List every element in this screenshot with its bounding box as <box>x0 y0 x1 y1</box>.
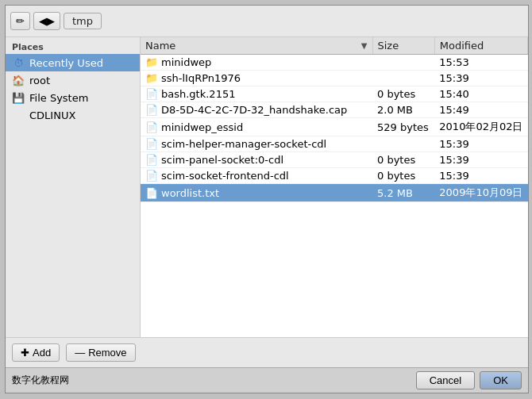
sidebar-item-filesystem[interactable]: 💾 File System <box>6 89 140 106</box>
edit-icon: ✏ <box>16 15 25 27</box>
sort-arrow-icon: ▼ <box>361 41 368 50</box>
file-icon: 📄 <box>145 121 158 133</box>
sidebar-item-recently-used[interactable]: ⏱ Recently Used <box>6 54 140 71</box>
table-row[interactable]: 📄scim-socket-frontend-cdl0 bytes15:39 <box>141 168 528 184</box>
remove-icon: — <box>75 347 85 359</box>
cancel-button[interactable]: Cancel <box>416 371 475 389</box>
audio-icon: ◀▶ <box>39 15 55 27</box>
file-modified-cell: 15:39 <box>434 136 527 152</box>
file-name-text: D8-5D-4C-2C-7D-32_handshake.cap <box>161 104 347 116</box>
recently-used-icon: ⏱ <box>12 56 25 69</box>
main-content: Places ⏱ Recently Used 🏠 root 💾 File Sys… <box>6 37 528 337</box>
file-name-text: ssh-lIqRPn1976 <box>161 72 241 84</box>
toolbar: ✏ ◀▶ tmp <box>6 6 528 37</box>
add-icon: ✚ <box>21 347 29 359</box>
footer: ✚ Add — Remove <box>6 337 528 367</box>
file-name-text: minidwep <box>161 56 211 68</box>
file-icon: 📁 <box>145 56 158 68</box>
sidebar-item-filesystem-label: File System <box>29 92 88 104</box>
column-header-name[interactable]: Name ▼ <box>141 37 372 55</box>
cdlinux-icon <box>12 109 25 121</box>
file-name-cell: 📁minidwep <box>141 55 372 71</box>
file-modified-cell: 2010年02月02日 <box>434 118 527 136</box>
column-header-modified[interactable]: Modified <box>434 37 527 55</box>
file-size-cell: 0 bytes <box>372 152 434 168</box>
table-row[interactable]: 📄minidwep_essid529 bytes2010年02月02日 <box>141 118 528 136</box>
add-label: Add <box>33 347 51 359</box>
file-modified-cell: 15:53 <box>434 55 527 71</box>
file-name-cell: 📄wordlist.txt <box>141 184 372 202</box>
file-size-cell: 0 bytes <box>372 86 434 102</box>
main-window: ✏ ◀▶ tmp Places ⏱ Recently Used 🏠 root 💾… <box>5 5 529 393</box>
file-table: Name ▼ Size Modified 📁minidwep15:53📁ssh-… <box>141 37 528 202</box>
file-name-cell: 📄scim-helper-manager-socket-cdl <box>141 136 372 152</box>
table-row[interactable]: 📁minidwep15:53 <box>141 55 528 71</box>
file-icon: 📄 <box>145 154 158 166</box>
file-name-text: scim-helper-manager-socket-cdl <box>161 138 326 150</box>
table-row[interactable]: 📄scim-panel-socket:0-cdl0 bytes15:39 <box>141 152 528 168</box>
sidebar-item-cdlinux-label: CDLINUX <box>29 109 75 121</box>
sidebar: Places ⏱ Recently Used 🏠 root 💾 File Sys… <box>6 37 141 337</box>
bottom-bar: 数字化教程网 Cancel OK <box>6 367 528 393</box>
column-header-size[interactable]: Size <box>372 37 434 55</box>
table-row[interactable]: 📁ssh-lIqRPn197615:39 <box>141 71 528 86</box>
filesystem-icon: 💾 <box>12 91 25 104</box>
remove-button[interactable]: — Remove <box>66 343 135 362</box>
file-scroll-area[interactable]: Name ▼ Size Modified 📁minidwep15:53📁ssh-… <box>141 37 528 337</box>
file-size-cell <box>372 55 434 71</box>
file-name-cell: 📄scim-socket-frontend-cdl <box>141 168 372 184</box>
file-size-cell: 5.2 MB <box>372 184 434 202</box>
file-pane: Name ▼ Size Modified 📁minidwep15:53📁ssh-… <box>141 37 528 337</box>
file-size-cell: 529 bytes <box>372 118 434 136</box>
file-icon: 📄 <box>145 104 158 116</box>
file-icon: 📄 <box>145 187 158 199</box>
file-modified-cell: 15:39 <box>434 168 527 184</box>
file-modified-cell: 2009年10月09日 <box>434 184 527 202</box>
file-name-text: scim-panel-socket:0-cdl <box>161 154 283 166</box>
file-name-cell: 📄minidwep_essid <box>141 118 372 136</box>
file-name-cell: 📄D8-5D-4C-2C-7D-32_handshake.cap <box>141 102 372 118</box>
sidebar-item-cdlinux[interactable]: CDLINUX <box>6 106 140 124</box>
sidebar-item-root[interactable]: 🏠 root <box>6 71 140 89</box>
file-size-cell <box>372 71 434 86</box>
watermark-text: 数字化教程网 <box>12 374 69 387</box>
file-name-text: bash.gtk.2151 <box>161 88 235 100</box>
file-name-cell: 📁ssh-lIqRPn1976 <box>141 71 372 86</box>
add-button[interactable]: ✚ Add <box>12 343 60 362</box>
table-row[interactable]: 📄D8-5D-4C-2C-7D-32_handshake.cap2.0 MB15… <box>141 102 528 118</box>
file-modified-cell: 15:40 <box>434 86 527 102</box>
file-name-text: minidwep_essid <box>161 121 243 133</box>
file-modified-cell: 15:49 <box>434 102 527 118</box>
file-icon: 📄 <box>145 88 158 100</box>
ok-button[interactable]: OK <box>480 371 522 389</box>
file-name-text: scim-socket-frontend-cdl <box>161 170 289 182</box>
sidebar-item-root-label: root <box>29 75 50 86</box>
sidebar-item-recently-used-label: Recently Used <box>29 57 103 69</box>
dialog-buttons: Cancel OK <box>416 371 522 389</box>
file-size-cell <box>372 136 434 152</box>
file-icon: 📁 <box>145 72 158 84</box>
file-icon: 📄 <box>145 170 158 182</box>
table-row[interactable]: 📄scim-helper-manager-socket-cdl15:39 <box>141 136 528 152</box>
location-label: tmp <box>64 13 102 29</box>
root-icon: 🏠 <box>12 74 25 86</box>
file-modified-cell: 15:39 <box>434 71 527 86</box>
file-name-cell: 📄scim-panel-socket:0-cdl <box>141 152 372 168</box>
table-row[interactable]: 📄wordlist.txt5.2 MB2009年10月09日 <box>141 184 528 202</box>
table-row[interactable]: 📄bash.gtk.21510 bytes15:40 <box>141 86 528 102</box>
file-modified-cell: 15:39 <box>434 152 527 168</box>
file-size-cell: 2.0 MB <box>372 102 434 118</box>
file-name-cell: 📄bash.gtk.2151 <box>141 86 372 102</box>
file-name-text: wordlist.txt <box>161 187 219 199</box>
file-icon: 📄 <box>145 138 158 150</box>
file-size-cell: 0 bytes <box>372 168 434 184</box>
audio-button[interactable]: ◀▶ <box>33 12 60 30</box>
sidebar-section-header: Places <box>6 37 140 54</box>
edit-button[interactable]: ✏ <box>10 12 30 30</box>
remove-label: Remove <box>88 347 126 359</box>
